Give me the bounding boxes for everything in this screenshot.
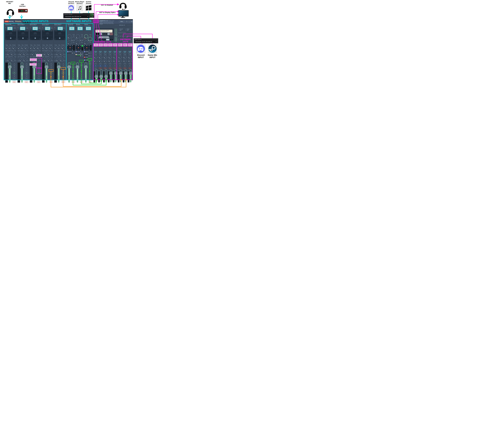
delay-return-knob[interactable]: 0 — [123, 59, 127, 62]
post-button[interactable]: Post — [14, 54, 17, 55]
strip-fader[interactable]: 0dBFader Gain — [57, 63, 60, 83]
normal-mode-button[interactable]: Normal mode — [123, 51, 127, 54]
eq-button[interactable]: EQ — [99, 65, 102, 67]
bus-A2-button[interactable]: ▶A2 — [80, 64, 83, 66]
strip-device-select[interactable]: Microphone (2- High Definition — [5, 25, 17, 26]
fx-return-knob[interactable]: 0 — [118, 55, 122, 59]
eq-button[interactable]: EQ — [118, 65, 122, 67]
bus-A4-button[interactable]: ▶A4 — [88, 68, 92, 70]
fader-handle[interactable]: 0dB — [114, 72, 117, 75]
fx-return-knob[interactable]: 0 — [104, 55, 107, 59]
mute-button[interactable]: Mute — [118, 67, 122, 69]
fader-handle[interactable]: 0dB — [20, 65, 24, 69]
bus-B1-button[interactable]: ▶B1 — [71, 72, 75, 74]
bus-A2-button[interactable]: ▶A2 — [71, 64, 75, 66]
solo-button[interactable]: solo — [71, 79, 75, 81]
color-panel[interactable]: VOICEColor Panel↑fx echobrightnessLoHi — [42, 30, 53, 40]
bus-A5-button[interactable]: ▶A5 — [24, 70, 29, 72]
app-volume-handle[interactable] — [89, 61, 89, 62]
delay-return-knob[interactable]: 0 — [118, 59, 122, 62]
reverb-knob[interactable]: 0 — [19, 52, 23, 56]
post-button[interactable]: Post — [54, 54, 57, 55]
mute-button[interactable]: Mute — [49, 81, 53, 83]
post-button[interactable]: Post — [51, 60, 53, 62]
bus-A2-button[interactable]: ▶A2 — [24, 64, 29, 66]
bus-A5-button[interactable]: ▶A5 — [71, 70, 75, 72]
bus-A5-button[interactable]: ▶A5 — [88, 70, 92, 72]
color-panel-handle[interactable] — [22, 37, 24, 39]
output-device-select[interactable]: Voicemeeter Input (VB-Audio Voi▾ — [64, 15, 89, 18]
bus-B3-button[interactable]: ▶B3 — [88, 76, 92, 77]
bus-A1-button[interactable]: ▶A1 — [80, 63, 83, 64]
post-button[interactable]: Post — [17, 54, 20, 55]
strip-name[interactable]: Stereo Input 3 — [29, 24, 41, 25]
fx-return-knob[interactable]: 0 — [128, 55, 132, 59]
delay-return-knob[interactable]: 0 — [108, 59, 112, 62]
app-volume-handle[interactable] — [89, 53, 89, 54]
hardware-out-A3-selector[interactable]: A3 — [101, 20, 103, 22]
mono-button[interactable]: mono — [71, 78, 75, 79]
mono-button[interactable]: mono — [37, 78, 41, 79]
mute-button[interactable]: Mute — [94, 67, 98, 69]
menu-button[interactable]: Menu — [119, 21, 125, 22]
bus-A5-button[interactable]: ▶A5 — [80, 70, 83, 72]
post-button[interactable]: Post — [5, 54, 8, 55]
fader-handle[interactable]: 0dB — [33, 65, 36, 69]
mute-button[interactable]: Mute — [61, 81, 65, 83]
master-fader[interactable]: 0dBFader Gain — [124, 69, 127, 83]
app-mute-button[interactable]: M — [90, 55, 92, 57]
mute-button[interactable]: Mute — [37, 81, 41, 83]
mute-button[interactable]: Mute — [128, 67, 132, 69]
color-panel[interactable]: VOICEColor Panel↑fx echobrightnessLoHi — [54, 30, 65, 40]
app-mute-button[interactable]: M — [90, 61, 92, 62]
mono-button[interactable]: mono — [49, 78, 53, 79]
master-fader[interactable]: -28.0PA — [95, 69, 98, 83]
normal-mode-button[interactable]: Normal mode — [98, 51, 102, 54]
bus-A3-button[interactable]: ▶A3 — [37, 66, 41, 68]
app-volume-handle[interactable] — [72, 53, 72, 54]
post-button[interactable]: Post — [42, 54, 44, 55]
master-fader[interactable]: 0dBFader Gain — [129, 69, 132, 83]
app-volume-handle[interactable] — [89, 55, 89, 56]
mono-button[interactable]: mono — [24, 78, 29, 79]
fader-handle[interactable]: 0dB — [76, 65, 79, 69]
clock[interactable]: 18:331/1/2025 — [91, 16, 93, 18]
post-button[interactable]: Post — [54, 60, 57, 62]
post-button[interactable]: Post — [14, 60, 17, 62]
comp-knob[interactable]: 0 — [5, 46, 9, 49]
mono-button[interactable]: mono — [123, 63, 127, 64]
mono-button[interactable]: mono — [80, 78, 83, 79]
gate-knob[interactable]: 0 — [9, 46, 13, 49]
bus-A4-button[interactable]: ▶A4 — [37, 68, 41, 70]
post-button[interactable]: Post — [30, 54, 32, 55]
mono-button[interactable]: mono — [128, 63, 132, 64]
solo-button[interactable]: solo — [24, 79, 29, 81]
bus-B3-button[interactable]: ▶B3 — [12, 76, 16, 77]
app-volume-handle[interactable] — [89, 58, 89, 59]
pan-position[interactable] — [86, 47, 87, 48]
normal-mode-button[interactable]: Normal mode — [118, 51, 122, 54]
strip-device-select[interactable]: Select Input Device — [17, 25, 29, 26]
color-panel-handle[interactable] — [10, 37, 11, 39]
bus-B1-button[interactable]: ▶B1 — [80, 72, 83, 74]
hardware-out-A1-selector[interactable]: A1 — [98, 20, 99, 22]
app-mute-button[interactable]: M — [90, 58, 92, 59]
bus-A4-button[interactable]: ▶A4 — [49, 68, 53, 70]
post-button[interactable]: Post — [17, 60, 20, 62]
mono-button[interactable]: mono — [113, 63, 117, 64]
bus-A4-button[interactable]: ▶A4 — [12, 68, 16, 70]
app-volume-handle[interactable] — [80, 55, 81, 56]
denoiser-knob[interactable]: 0 — [50, 46, 53, 49]
solo-button[interactable]: solo — [61, 79, 65, 81]
bus-A3-button[interactable]: ▶A3 — [12, 66, 16, 68]
post-button[interactable]: Post — [42, 60, 44, 62]
fader-handle[interactable]: 0dB — [84, 65, 88, 69]
master-fader[interactable]: -26.0Disp 2 — [105, 69, 108, 83]
mono-button[interactable]: mono — [103, 63, 107, 64]
mute-button[interactable]: Mute — [123, 67, 127, 69]
strip-name[interactable]: Stereo Input 4 — [41, 24, 54, 25]
fader-handle[interactable]: 0dB — [45, 65, 48, 69]
mute-button[interactable]: Mute — [99, 67, 102, 69]
denoiser-knob[interactable]: 0 — [62, 46, 65, 49]
eq-button[interactable]: EQ — [113, 65, 117, 67]
